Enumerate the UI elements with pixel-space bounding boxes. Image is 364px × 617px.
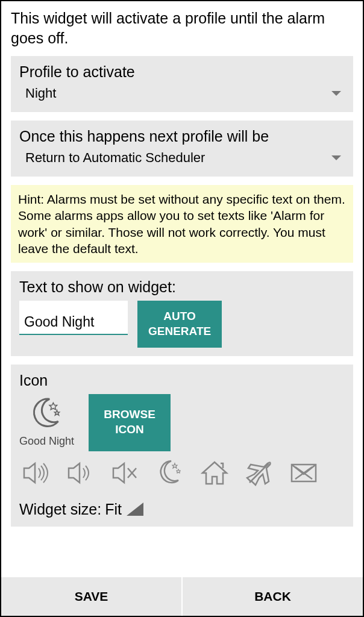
back-button[interactable]: BACK bbox=[183, 577, 363, 616]
volume-mute-icon[interactable] bbox=[108, 456, 142, 490]
moon-icon[interactable] bbox=[153, 456, 187, 490]
bottom-bar: SAVE BACK bbox=[1, 577, 363, 616]
icon-section: Icon Good Night BROWSE ICON bbox=[11, 365, 353, 527]
profile-label: Profile to activate bbox=[19, 63, 345, 81]
next-profile-label: Once this happens next profile will be bbox=[19, 128, 345, 145]
volume-mid-icon[interactable] bbox=[64, 456, 98, 490]
widget-text-section: Text to show on widget: AUTO GENERATE bbox=[11, 271, 353, 355]
chevron-down-icon bbox=[331, 155, 341, 160]
profile-dropdown[interactable]: Night bbox=[19, 83, 345, 101]
widget-description: This widget will activate a profile unti… bbox=[11, 8, 353, 48]
chevron-down-icon bbox=[331, 91, 341, 96]
moon-icon bbox=[27, 394, 67, 434]
hint-text: Hint: Alarms must be set without any spe… bbox=[11, 185, 353, 263]
profile-section: Profile to activate Night bbox=[11, 56, 353, 112]
icon-preview-label: Good Night bbox=[19, 435, 74, 448]
next-profile-dropdown[interactable]: Return to Automatic Scheduler bbox=[19, 148, 345, 166]
browse-icon-button[interactable]: BROWSE ICON bbox=[89, 394, 171, 451]
save-button[interactable]: SAVE bbox=[1, 577, 181, 616]
home-icon[interactable] bbox=[198, 456, 231, 490]
icon-strip bbox=[19, 456, 345, 490]
mail-blocked-icon[interactable] bbox=[287, 456, 321, 490]
icon-preview: Good Night bbox=[19, 394, 74, 448]
airplane-icon[interactable] bbox=[242, 456, 276, 490]
size-triangle-icon bbox=[127, 503, 143, 516]
volume-full-icon[interactable] bbox=[19, 456, 53, 490]
next-profile-section: Once this happens next profile will be R… bbox=[11, 121, 353, 177]
next-profile-value: Return to Automatic Scheduler bbox=[25, 150, 205, 166]
widget-text-label: Text to show on widget: bbox=[19, 278, 345, 296]
widget-size-row[interactable]: Widget size: Fit bbox=[19, 501, 345, 518]
auto-generate-button[interactable]: AUTO GENERATE bbox=[137, 301, 222, 347]
widget-size-label: Widget size: bbox=[19, 501, 101, 518]
icon-label: Icon bbox=[19, 372, 345, 389]
widget-text-input[interactable] bbox=[19, 301, 128, 335]
profile-value: Night bbox=[25, 86, 56, 101]
widget-size-value: Fit bbox=[105, 501, 122, 518]
